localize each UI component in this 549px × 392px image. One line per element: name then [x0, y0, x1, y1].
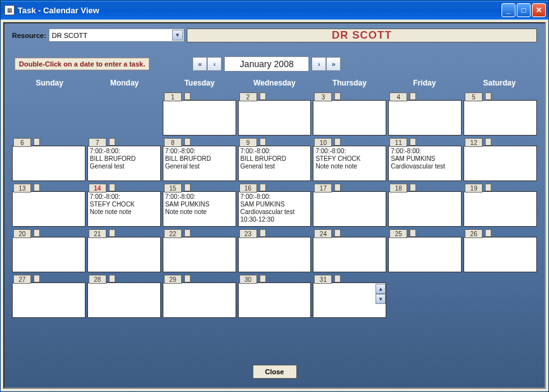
calendar-cell[interactable]: 5 — [464, 92, 537, 136]
day-number-tab[interactable]: 20 — [13, 229, 31, 238]
day-body[interactable]: 7:00:-8:00:SAM PUMKINSNote note note — [163, 191, 236, 227]
day-body[interactable] — [12, 282, 85, 318]
calendar-cell[interactable]: 28 — [87, 275, 161, 318]
day-number-tab[interactable]: 15 — [164, 184, 182, 193]
day-body[interactable]: 7:00:-8:00:BILL BRUFORDGeneral test — [87, 146, 161, 181]
calendar-cell[interactable]: 22 — [163, 229, 236, 272]
day-body[interactable] — [313, 191, 386, 227]
event[interactable]: 7:00:-8:00:STEFY CHOCKNote note note — [90, 193, 158, 216]
day-body[interactable] — [388, 191, 462, 227]
close-button[interactable]: Close — [253, 365, 297, 379]
calendar-cell[interactable]: 29 — [163, 275, 236, 318]
calendar-cell[interactable]: 30 — [238, 275, 312, 318]
calendar-cell[interactable]: 2 — [238, 92, 312, 136]
day-number-tab[interactable]: 29 — [164, 275, 182, 284]
calendar-cell[interactable]: 97:00:-8:00:BILL BRUFORDGeneral test — [238, 138, 312, 181]
day-body[interactable] — [313, 100, 386, 136]
event[interactable]: 7:00:-8:00:STEFY CHOCKNote note note — [315, 148, 384, 170]
day-body[interactable] — [238, 282, 312, 318]
day-number-tab[interactable]: 18 — [389, 184, 407, 193]
day-number-tab[interactable]: 21 — [89, 229, 106, 238]
day-number-tab[interactable]: 28 — [89, 275, 106, 284]
calendar-cell[interactable]: 20 — [12, 229, 85, 272]
nav-last-button[interactable]: » — [326, 57, 341, 71]
nav-prev-button[interactable]: ‹ — [207, 57, 222, 71]
calendar-cell[interactable]: 157:00:-8:00:SAM PUMKINSNote note note — [163, 184, 236, 227]
day-number-tab[interactable]: 7 — [89, 138, 106, 147]
calendar-cell[interactable]: 4 — [388, 92, 462, 136]
day-body[interactable]: 7:00:-8:00:STEFY CHOCKNote note note — [313, 146, 386, 181]
event[interactable]: 7:00:-8:00:BILL BRUFORDGeneral test — [241, 148, 309, 170]
cell-scrollbar[interactable]: ▲▼ — [375, 284, 386, 304]
calendar-cell[interactable]: 24 — [313, 229, 386, 272]
nav-next-button[interactable]: › — [312, 57, 326, 71]
calendar-cell[interactable]: 31▲▼ — [313, 275, 386, 318]
day-body[interactable] — [388, 237, 462, 272]
day-number-tab[interactable]: 1 — [164, 92, 182, 101]
calendar-cell[interactable]: 13 — [12, 184, 85, 227]
calendar-cell[interactable]: 25 — [388, 229, 462, 272]
calendar-cell[interactable]: 27 — [12, 275, 85, 318]
calendar-cell[interactable]: 77:00:-8:00:BILL BRUFORDGeneral test — [87, 138, 161, 181]
event[interactable]: 7:00:-8:00:SAM PUMKINSNote note note — [165, 193, 234, 216]
day-number-tab[interactable]: 3 — [314, 92, 332, 101]
day-body[interactable] — [464, 191, 537, 227]
day-number-tab[interactable]: 11 — [389, 138, 407, 147]
day-number-tab[interactable]: 30 — [239, 275, 257, 284]
day-body[interactable] — [87, 237, 161, 272]
day-number-tab[interactable]: 14 — [89, 184, 106, 193]
nav-first-button[interactable]: « — [192, 57, 207, 71]
day-body[interactable] — [313, 237, 386, 272]
scroll-down-icon[interactable]: ▼ — [375, 294, 386, 304]
calendar-cell[interactable]: 18 — [388, 184, 462, 227]
day-body[interactable] — [87, 282, 161, 318]
day-number-tab[interactable]: 17 — [314, 184, 332, 193]
day-number-tab[interactable]: 27 — [13, 275, 31, 284]
day-number-tab[interactable]: 10 — [314, 138, 332, 147]
day-body[interactable] — [464, 100, 537, 136]
event[interactable]: 7:00:-8:00:SAM PUMKINSCardiovascular tes… — [241, 193, 309, 216]
calendar-cell[interactable]: 1 — [163, 92, 236, 136]
calendar-cell[interactable]: 17 — [313, 184, 386, 227]
calendar-cell[interactable]: 117:00:-8:00:SAM PUMKINSCardiovascular t… — [388, 138, 462, 181]
day-body[interactable] — [464, 237, 537, 272]
resource-select[interactable]: DR SCOTT ▼ — [49, 28, 184, 42]
minimize-button[interactable]: _ — [502, 3, 515, 17]
day-body[interactable]: 7:00:-8:00:SAM PUMKINSCardiovascular tes… — [388, 146, 462, 181]
event[interactable]: 10:30-12:30 — [241, 216, 309, 224]
calendar-cell[interactable]: 3 — [313, 92, 386, 136]
day-body[interactable]: 7:00:-8:00:SAM PUMKINSCardiovascular tes… — [238, 191, 312, 227]
day-body[interactable] — [12, 146, 85, 181]
day-number-tab[interactable]: 5 — [465, 92, 483, 101]
day-body[interactable]: 7:00:-8:00:BILL BRUFORDGeneral test — [238, 146, 312, 181]
day-body[interactable] — [163, 237, 236, 272]
scroll-up-icon[interactable]: ▲ — [375, 284, 386, 294]
calendar-cell[interactable]: 12 — [464, 138, 537, 181]
day-number-tab[interactable]: 4 — [389, 92, 407, 101]
calendar-cell[interactable]: 23 — [238, 229, 312, 272]
day-number-tab[interactable]: 23 — [239, 229, 257, 238]
calendar-cell[interactable]: 167:00:-8:00:SAM PUMKINSCardiovascular t… — [238, 184, 312, 227]
maximize-button[interactable]: □ — [517, 3, 531, 17]
day-body[interactable]: 7:00:-8:00:STEFY CHOCKNote note note — [87, 191, 161, 227]
day-body[interactable] — [464, 146, 537, 181]
event[interactable]: 7:00:-8:00:BILL BRUFORDGeneral test — [165, 148, 234, 170]
day-number-tab[interactable]: 24 — [314, 229, 332, 238]
day-body[interactable] — [12, 237, 85, 272]
calendar-cell[interactable]: 87:00:-8:00:BILL BRUFORDGeneral test — [163, 138, 236, 181]
day-number-tab[interactable]: 12 — [465, 138, 483, 147]
day-number-tab[interactable]: 2 — [239, 92, 257, 101]
day-number-tab[interactable]: 13 — [13, 184, 31, 193]
calendar-cell[interactable]: 21 — [87, 229, 161, 272]
day-number-tab[interactable]: 9 — [239, 138, 257, 147]
day-number-tab[interactable]: 16 — [239, 184, 257, 193]
day-body[interactable] — [238, 100, 312, 136]
day-body[interactable] — [238, 237, 312, 272]
calendar-cell[interactable]: 19 — [464, 184, 537, 227]
day-number-tab[interactable]: 25 — [389, 229, 407, 238]
day-body[interactable] — [12, 191, 85, 227]
calendar-cell[interactable]: 107:00:-8:00:STEFY CHOCKNote note note — [313, 138, 386, 181]
day-body[interactable] — [163, 100, 236, 136]
calendar-cell[interactable]: 26 — [464, 229, 537, 272]
day-number-tab[interactable]: 31 — [314, 275, 332, 284]
